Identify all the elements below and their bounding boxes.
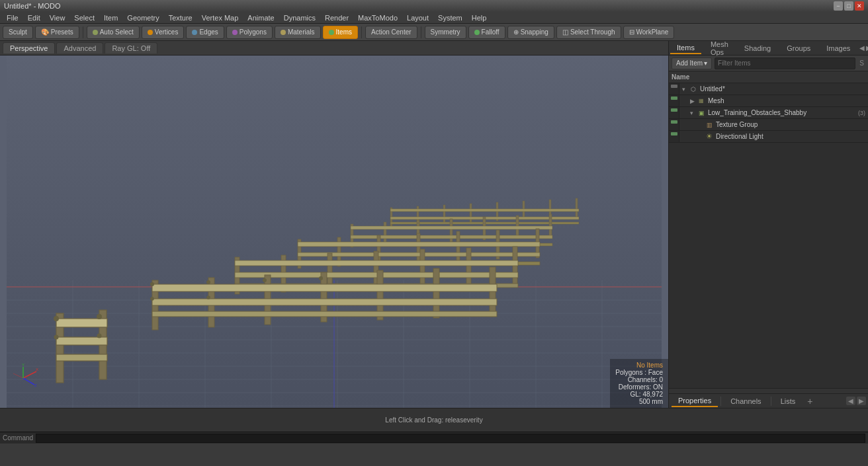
svg-point-79 [97,314,102,319]
panel-expand-btn[interactable]: ◀ [859,44,865,52]
tab-shading[interactable]: Shading [738,43,777,54]
menu-view[interactable]: View [46,13,69,22]
menu-render[interactable]: Render [321,13,353,22]
tab-groups[interactable]: Groups [780,43,817,54]
menu-file[interactable]: File [3,13,22,22]
prop-expand-left[interactable]: ◀ [846,397,855,405]
tree-label-mesh: Mesh [708,97,865,104]
falloff-button[interactable]: Falloff [468,26,505,39]
toolbar-separator-2 [361,26,362,38]
menu-layout[interactable]: Layout [403,13,433,22]
symmetry-button[interactable]: Symmetry [425,26,466,39]
tab-channels[interactable]: Channels [724,396,767,407]
maximize-button[interactable]: □ [844,1,853,11]
tree-row-light[interactable]: ▶ ☀ Directional Light [669,131,868,143]
svg-point-78 [54,316,59,321]
menu-texture[interactable]: Texture [165,13,196,22]
tab-ray-gl[interactable]: Ray GL: Off [105,42,157,54]
tree-row-mesh[interactable]: ▶ ▦ Mesh [669,95,868,107]
snapping-button[interactable]: ⊕ Snapping [507,26,554,39]
vis-icon-untitled [671,85,677,88]
workplane-icon: ⊟ [629,28,634,36]
svg-rect-39 [549,214,552,237]
vertices-dot [148,30,153,35]
select-through-button[interactable]: ◫ Select Through [556,26,621,39]
close-button[interactable]: ✕ [855,1,864,11]
tab-perspective[interactable]: Perspective [3,42,55,54]
status-message: Left Click and Drag: releaseverity [385,416,482,424]
no-items-label: No Items [615,362,663,369]
gl-status: GL: 48,972 [615,391,663,398]
vis-icon-obstacles [671,108,677,112]
tree-arrow-untitled[interactable]: ▾ [682,86,689,93]
menu-dynamics[interactable]: Dynamics [280,13,320,22]
items-button[interactable]: Items [323,26,358,39]
tree-arrow-mesh[interactable]: ▶ [690,98,697,104]
svg-rect-60 [235,260,518,266]
svg-point-86 [150,297,154,301]
svg-rect-70 [152,284,497,291]
menu-help[interactable]: Help [468,13,491,22]
tree-row-texture[interactable]: ▶ ▥ Texture Group [669,119,868,131]
3d-viewport[interactable]: No Items Polygons : Face Channels: 0 Def… [0,56,668,408]
svg-rect-29 [576,198,578,217]
svg-rect-75 [56,319,107,327]
tab-images[interactable]: Images [820,43,857,54]
main-toolbar: Sculpt 🎨 Presets Auto Select Vertices Ed… [0,24,868,41]
svg-point-83 [206,280,210,284]
menu-edit[interactable]: Edit [24,13,44,22]
workplane-button[interactable]: ⊟ WorkPlane [623,26,675,39]
tab-lists[interactable]: Lists [774,396,803,407]
tab-advanced[interactable]: Advanced [56,42,103,54]
tree-row-untitled[interactable]: ▾ ⬡ Untitled* [669,83,868,95]
action-center-button[interactable]: Action Center [365,26,417,39]
viewport-status: No Items Polygons : Face Channels: 0 Def… [610,359,668,408]
polygons-dot [232,30,238,35]
filter-items-input[interactable] [715,58,855,69]
tab-mesh-ops[interactable]: Mesh Ops [704,39,735,58]
materials-button[interactable]: Materials [275,26,321,39]
sculpt-button[interactable]: Sculpt [3,26,33,39]
svg-rect-61 [235,272,518,278]
menu-vertex-map[interactable]: Vertex Map [198,13,243,22]
tab-plus[interactable]: + [803,395,816,408]
auto-select-button[interactable]: Auto Select [87,26,140,39]
toolbar-separator-3 [421,26,421,38]
svg-point-87 [206,295,210,299]
tree-label-light: Directional Light [716,133,865,140]
viewport-tab-bar: Perspective Advanced Ray GL: Off [0,41,668,56]
edges-button[interactable]: Edges [186,26,224,39]
prop-sep-1 [720,397,721,406]
tree-row-obstacles[interactable]: ▾ ▣ Low_Training_Obstacles_Shabby (3) [669,107,868,119]
tab-items[interactable]: Items [670,42,701,54]
channels-status: Channels: 0 [615,376,663,383]
command-label: Command [3,434,33,442]
app-title: Untitled* - MODO [4,2,834,10]
property-panel-tabs: Properties Channels Lists + ◀ ▶ [669,393,868,408]
add-item-button[interactable]: Add Item ▾ [672,58,712,69]
tree-arrow-obstacles[interactable]: ▾ [690,110,697,116]
tab-properties[interactable]: Properties [672,395,718,407]
vertices-button[interactable]: Vertices [142,26,185,39]
menu-item[interactable]: Item [100,13,122,22]
svg-rect-77 [56,354,107,361]
panel-expand-controls: ◀ ▶ [857,43,868,53]
menu-system[interactable]: System [434,13,466,22]
minimize-button[interactable]: − [834,1,843,11]
menu-maxtomodo[interactable]: MaxToModo [354,13,402,22]
menu-animate[interactable]: Animate [243,13,278,22]
edges-dot [192,30,197,35]
panel-scrollbar[interactable] [669,388,868,393]
menu-select[interactable]: Select [70,13,99,22]
axis-widget: X Z Y [7,362,40,395]
prop-expand-right[interactable]: ▶ [857,397,866,405]
svg-rect-58 [466,248,471,285]
svg-text:Y: Y [22,363,24,367]
presets-button[interactable]: 🎨 Presets [35,26,79,39]
command-input[interactable] [36,434,865,443]
window-controls: − □ ✕ [834,1,864,11]
menu-geometry[interactable]: Geometry [123,13,163,22]
polygons-button[interactable]: Polygons [226,26,273,39]
svg-line-90 [23,378,34,385]
tree-label-texture: Texture Group [716,121,865,128]
